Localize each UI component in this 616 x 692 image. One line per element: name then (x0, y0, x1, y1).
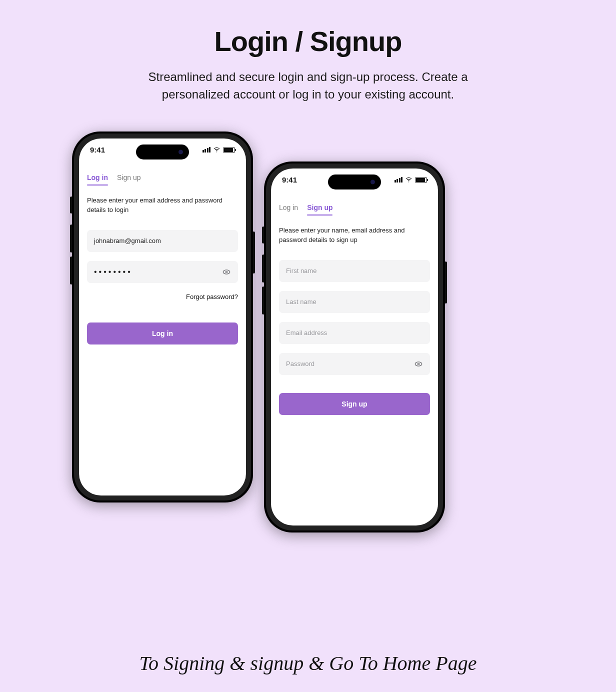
status-icons (202, 146, 236, 154)
svg-point-2 (226, 271, 227, 272)
login-button[interactable]: Log in (87, 322, 238, 344)
phone-screen: 9:41 Log in Sign up Please enter your na… (271, 168, 438, 526)
phone-frame: 9:41 Log in Sign up Please enter your em… (72, 132, 253, 502)
page-subtitle: Streamlined and secure login and sign-up… (128, 68, 488, 104)
status-time: 9:41 (282, 176, 297, 184)
password-field[interactable]: Password (279, 353, 430, 375)
mockup-stage: 9:41 Log in Sign up Please enter your em… (0, 132, 616, 542)
email-value: johnabram@gmail.com (94, 237, 161, 244)
wifi-icon (213, 146, 220, 154)
phone-mockup-signup: 9:41 Log in Sign up Please enter your na… (264, 162, 445, 532)
eye-icon[interactable] (414, 360, 423, 368)
login-instruction: Please enter your email address and pass… (87, 196, 238, 215)
cellular-icon (202, 147, 211, 152)
svg-point-0 (216, 152, 217, 152)
password-field[interactable]: •••••••• (87, 261, 238, 283)
svg-point-5 (418, 363, 419, 364)
page-title: Login / Signup (0, 25, 616, 58)
status-bar: 9:41 (271, 168, 438, 192)
status-bar: 9:41 (79, 138, 246, 162)
tab-login[interactable]: Log in (279, 200, 298, 214)
signup-button[interactable]: Sign up (279, 393, 430, 415)
phone-mockup-login: 9:41 Log in Sign up Please enter your em… (72, 132, 253, 502)
phone-frame: 9:41 Log in Sign up Please enter your na… (264, 162, 445, 532)
status-time: 9:41 (90, 146, 105, 154)
phone-screen: 9:41 Log in Sign up Please enter your em… (79, 138, 246, 496)
password-placeholder: Password (286, 360, 314, 368)
wifi-icon (405, 176, 412, 184)
svg-point-4 (415, 362, 422, 366)
lastname-placeholder: Last name (286, 298, 316, 306)
login-form: Log in Sign up Please enter your email a… (79, 168, 246, 496)
footer-caption: To Signing & signup & Go To Home Page (0, 652, 616, 675)
email-field[interactable]: Email address (279, 322, 430, 344)
password-mask: •••••••• (94, 268, 132, 276)
eye-icon[interactable] (222, 268, 231, 276)
lastname-field[interactable]: Last name (279, 291, 430, 313)
forgot-password-link[interactable]: Forgot password? (87, 293, 238, 300)
battery-icon (415, 177, 427, 183)
signup-instruction: Please enter your name, email address an… (279, 226, 430, 245)
cellular-icon (394, 177, 403, 182)
tab-signup[interactable]: Sign up (117, 170, 140, 184)
firstname-field[interactable]: First name (279, 260, 430, 282)
auth-tabs: Log in Sign up (87, 170, 238, 184)
svg-point-3 (408, 182, 409, 182)
auth-tabs: Log in Sign up (279, 200, 430, 214)
battery-icon (223, 147, 235, 153)
email-field[interactable]: johnabram@gmail.com (87, 230, 238, 252)
signup-form: Log in Sign up Please enter your name, e… (271, 198, 438, 526)
tab-login[interactable]: Log in (87, 170, 108, 184)
tab-signup[interactable]: Sign up (307, 200, 332, 214)
email-placeholder: Email address (286, 329, 327, 336)
svg-point-1 (223, 270, 230, 274)
status-icons (394, 176, 428, 184)
firstname-placeholder: First name (286, 267, 316, 274)
